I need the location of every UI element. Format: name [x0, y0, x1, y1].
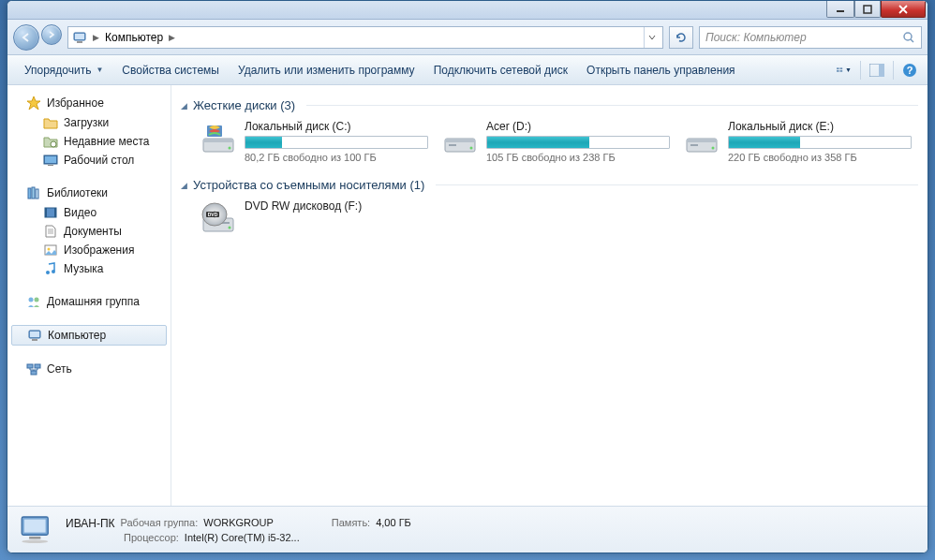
svg-point-58	[22, 539, 48, 543]
sidebar-item-video[interactable]: Видео	[7, 203, 171, 222]
homegroup-icon	[26, 294, 41, 309]
svg-rect-23	[54, 208, 56, 217]
computer-name: ИВАН-ПК	[66, 517, 115, 530]
computer-icon	[27, 328, 42, 343]
favorites-group[interactable]: Избранное	[7, 93, 171, 113]
svg-rect-33	[27, 364, 33, 368]
desktop-icon	[43, 153, 58, 168]
navigation-pane: Избранное Загрузки Недавние места Рабочи…	[7, 85, 171, 506]
search-input[interactable]: Поиск: Компьютер	[699, 26, 922, 49]
control-panel-button[interactable]: Открыть панель управления	[577, 55, 745, 84]
details-pane: ИВАН-ПК Рабочая группа: WORKGROUP Память…	[7, 506, 928, 553]
svg-rect-17	[48, 165, 53, 166]
svg-point-14	[51, 141, 56, 147]
svg-rect-32	[32, 339, 37, 341]
drive-icon	[441, 120, 479, 157]
documents-icon	[43, 224, 58, 239]
view-options-button[interactable]: ▼	[834, 60, 854, 81]
close-button[interactable]	[881, 1, 926, 18]
svg-rect-37	[203, 139, 233, 142]
map-network-drive-button[interactable]: Подключить сетевой диск	[424, 55, 577, 84]
nav-bar: ▶ Компьютер ▶ Поиск: Компьютер	[7, 20, 928, 55]
sidebar-item-downloads[interactable]: Загрузки	[7, 113, 171, 132]
drive-name: DVD RW дисковод (F:)	[245, 199, 428, 213]
drive-item[interactable]: DVDDVD RW дисковод (F:)	[200, 199, 428, 237]
svg-point-27	[52, 270, 55, 273]
svg-rect-9	[840, 70, 843, 72]
search-placeholder: Поиск: Компьютер	[705, 31, 807, 44]
svg-point-26	[46, 271, 50, 274]
svg-rect-0	[837, 10, 844, 12]
workgroup-value: WORKGROUP	[203, 517, 274, 530]
network-icon	[26, 361, 41, 376]
svg-point-5	[904, 33, 912, 40]
svg-text:DVD: DVD	[208, 212, 218, 217]
help-button[interactable]: ?	[899, 60, 920, 81]
drive-item[interactable]: Acer (D:)105 ГБ свободно из 238 ГБ	[441, 120, 670, 163]
svg-rect-34	[35, 364, 40, 368]
memory-label: Память:	[332, 517, 370, 530]
pictures-icon	[43, 243, 58, 258]
svg-rect-56	[24, 519, 46, 532]
address-bar[interactable]: ▶ Компьютер ▶	[67, 26, 663, 49]
collapse-icon: ◢	[181, 181, 187, 190]
svg-rect-8	[840, 67, 843, 69]
svg-rect-31	[30, 332, 39, 337]
svg-text:?: ?	[907, 65, 913, 76]
back-button[interactable]	[13, 24, 39, 51]
organize-button[interactable]: Упорядочить▼	[15, 55, 112, 84]
sidebar-item-documents[interactable]: Документы	[7, 222, 171, 241]
svg-point-50	[229, 227, 231, 229]
cpu-label: Процессор:	[124, 532, 179, 543]
svg-rect-47	[690, 144, 698, 146]
system-properties-button[interactable]: Свойства системы	[112, 55, 229, 84]
drive-name: Локальный диск (C:)	[245, 120, 428, 133]
address-dropdown[interactable]	[644, 27, 659, 48]
capacity-bar	[728, 136, 912, 149]
preview-pane-button[interactable]	[867, 60, 887, 81]
search-icon	[902, 31, 915, 44]
svg-rect-16	[45, 156, 56, 163]
drive-capacity: 80,2 ГБ свободно из 100 ГБ	[245, 152, 428, 163]
svg-rect-3	[75, 34, 84, 39]
network-item[interactable]: Сеть	[7, 359, 171, 379]
sidebar-item-recent[interactable]: Недавние места	[7, 132, 171, 151]
star-icon	[26, 96, 41, 111]
drive-name: Acer (D:)	[486, 120, 670, 133]
toolbar: Упорядочить▼ Свойства системы Удалить ил…	[7, 55, 928, 85]
refresh-button[interactable]	[669, 26, 693, 49]
memory-value: 4,00 ГБ	[376, 517, 411, 530]
homegroup-item[interactable]: Домашняя группа	[7, 291, 171, 312]
removable-section[interactable]: ◢ Устройства со съемными носителями (1)	[181, 178, 918, 192]
svg-point-25	[48, 248, 51, 251]
forward-button[interactable]	[41, 24, 62, 45]
drive-item[interactable]: Локальный диск (E:)220 ГБ свободно из 35…	[683, 120, 912, 163]
folder-icon	[43, 115, 58, 130]
sidebar-item-pictures[interactable]: Изображения	[7, 241, 171, 259]
uninstall-program-button[interactable]: Удалить или изменить программу	[229, 55, 424, 84]
sidebar-item-music[interactable]: Музыка	[7, 259, 171, 278]
computer-item[interactable]: Компьютер	[11, 325, 167, 346]
svg-rect-22	[45, 208, 47, 217]
drive-icon	[200, 120, 237, 157]
title-bar	[7, 1, 928, 20]
capacity-bar	[245, 136, 428, 149]
svg-rect-41	[445, 139, 475, 142]
computer-large-icon	[17, 510, 56, 550]
svg-rect-35	[31, 371, 37, 375]
collapse-icon: ◢	[181, 101, 187, 111]
computer-icon	[72, 30, 87, 45]
svg-rect-1	[864, 6, 871, 13]
libraries-group[interactable]: Библиотеки	[7, 183, 171, 203]
svg-point-38	[229, 147, 231, 150]
drive-item[interactable]: Локальный диск (C:)80,2 ГБ свободно из 1…	[200, 120, 428, 163]
sidebar-item-desktop[interactable]: Рабочий стол	[7, 151, 171, 169]
svg-rect-18	[28, 188, 31, 199]
breadcrumb-location[interactable]: Компьютер	[105, 31, 163, 44]
hard-drives-section[interactable]: ◢ Жесткие диски (3)	[181, 98, 918, 112]
svg-rect-7	[837, 70, 839, 72]
svg-rect-19	[32, 187, 35, 199]
capacity-bar	[486, 136, 670, 149]
maximize-button[interactable]	[854, 1, 881, 18]
minimize-button[interactable]	[826, 1, 854, 18]
